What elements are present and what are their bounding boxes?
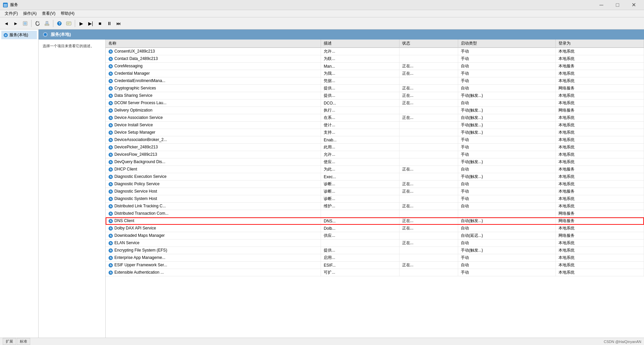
service-status: 正在... [399, 239, 458, 247]
table-row[interactable]: Diagnostic Service Host诊断...正在...手动本地服务 [106, 188, 644, 195]
table-row[interactable]: Data Sharing Service提供...正在...手动(触发...)本… [106, 92, 644, 99]
toolbar-start[interactable]: ▶ [77, 19, 86, 28]
menu-view[interactable]: 查看(V) [39, 10, 58, 17]
service-status: 正在... [399, 181, 458, 188]
table-row[interactable]: DevicesFlow_2489c213允许...手动本地系统 [106, 151, 644, 158]
svg-rect-8 [46, 21, 48, 24]
table-row[interactable]: Distributed Transaction Com...网络服务 [106, 210, 644, 217]
toolbar-sep1 [31, 20, 32, 27]
description-text: 选择一个项目来查看它的描述。 [43, 44, 94, 48]
close-button[interactable]: ✕ [626, 0, 641, 10]
table-row[interactable]: Device Install Service使计...手动(触发...)本地系统 [106, 122, 644, 129]
service-name: Device Install Service [106, 122, 321, 129]
menu-action[interactable]: 操作(A) [20, 10, 39, 17]
svg-text:?: ? [59, 22, 61, 25]
status-tab-expand[interactable]: 扩展 [3, 338, 16, 345]
table-row[interactable]: ESIF Upper Framework Ser...ESIF...正在...自… [106, 262, 644, 269]
service-login: 本地系统 [556, 247, 644, 254]
table-row[interactable]: Extensible Authentication ...可扩...手动本地系统 [106, 269, 644, 276]
status-bar: 扩展 标准 CSDN @HaiQinyanAN [0, 338, 644, 345]
toolbar-pause2[interactable]: ⏸ [105, 19, 114, 28]
toolbar-help[interactable]: ? [55, 19, 64, 28]
table-row[interactable]: DeviceAssociationBroker_2...Enab...手动本地系… [106, 136, 644, 144]
table-row[interactable]: Encrypting File System (EFS)提供...手动(触发..… [106, 247, 644, 254]
menu-file[interactable]: 文件(F) [2, 10, 20, 17]
col-login[interactable]: 登录为 [556, 40, 644, 48]
toolbar-refresh[interactable] [33, 19, 42, 28]
service-login: 本地系统 [556, 225, 644, 232]
service-startup: 手动 [458, 136, 556, 144]
toolbar-forward[interactable]: ► [11, 19, 20, 28]
svg-rect-5 [24, 22, 26, 25]
service-startup: 手动(触发...) [458, 122, 556, 129]
svg-rect-3 [4, 6, 7, 7]
toolbar-properties[interactable] [64, 19, 73, 28]
restore-button[interactable]: □ [610, 0, 625, 10]
sidebar-item-local-services[interactable]: 服务(本地) [1, 31, 37, 39]
service-startup: 手动 [458, 188, 556, 195]
service-status [399, 151, 458, 158]
table-row[interactable]: Diagnostic System Host诊断...手动本地系统 [106, 195, 644, 203]
table-row[interactable]: DevQuery Background Dis...使应...手动(触发...)… [106, 158, 644, 166]
toolbar-restart[interactable]: ⏭ [114, 19, 123, 28]
services-wrapper[interactable]: 名称 描述 状态 启动类型 登录为 ConsentUX_2489c213允许..… [106, 40, 644, 338]
service-startup: 自动 [458, 239, 556, 247]
service-name: Device Association Service [106, 114, 321, 122]
table-row[interactable]: Contact Data_2489c213为联...手动本地系统 [106, 55, 644, 63]
service-startup: 手动 [458, 269, 556, 276]
table-row[interactable]: Enterprise App Manageme...启用...手动本地系统 [106, 254, 644, 262]
service-desc: 启用... [321, 254, 399, 262]
service-status [399, 254, 458, 262]
toolbar-pause[interactable]: ▶| [86, 19, 95, 28]
toolbar-up[interactable] [21, 19, 30, 28]
col-name[interactable]: 名称 [106, 40, 321, 48]
service-name: Distributed Link Tracking C... [106, 203, 321, 210]
table-row[interactable]: Cryptographic Services提供...正在...自动网络服务 [106, 85, 644, 92]
toolbar-back[interactable]: ◄ [2, 19, 11, 28]
svg-rect-1 [4, 4, 7, 5]
table-row[interactable]: CoreMessagingMan...正在...自动本地服务 [106, 63, 644, 70]
table-row[interactable]: ConsentUX_2489c213允许...手动本地系统 [106, 48, 644, 55]
minimize-button[interactable]: ─ [594, 0, 609, 10]
service-status: 正在... [399, 92, 458, 99]
service-name: Diagnostic Policy Service [106, 181, 321, 188]
service-desc: 凭据... [321, 77, 399, 85]
service-startup: 自动 [458, 225, 556, 232]
service-startup: 手动 [458, 48, 556, 55]
table-row[interactable]: DNS ClientDNS...正在...自动(触发...)网络服务 [106, 217, 644, 225]
table-row[interactable]: DevicePicker_2489c213此用...手动本地系统 [106, 144, 644, 151]
toolbar-stop[interactable]: ■ [96, 19, 104, 28]
table-row[interactable]: Device Setup Manager支持...手动(触发...)本地系统 [106, 129, 644, 136]
menu-bar: 文件(F) 操作(A) 查看(V) 帮助(H) [0, 10, 644, 17]
table-row[interactable]: Downloaded Maps Manager供应...自动(延迟...)网络服… [106, 232, 644, 239]
service-startup: 自动 [458, 166, 556, 173]
svg-point-14 [4, 33, 8, 37]
table-row[interactable]: CredentialEnrollmentMana...凭据...手动本地系统 [106, 77, 644, 85]
table-header-row: 名称 描述 状态 启动类型 登录为 [106, 40, 644, 48]
table-row[interactable]: Diagnostic Policy Service诊断...正在...自动本地系… [106, 181, 644, 188]
table-row[interactable]: Diagnostic Execution ServiceExec...手动(触发… [106, 173, 644, 181]
table-row[interactable]: DHCP Client为此...正在...自动本地服务 [106, 166, 644, 173]
col-desc[interactable]: 描述 [321, 40, 399, 48]
table-row[interactable]: DCOM Server Process Lau...DCO...正在...自动本… [106, 99, 644, 107]
menu-help[interactable]: 帮助(H) [58, 10, 77, 17]
service-status: 正在... [399, 217, 458, 225]
service-name: DevicesFlow_2489c213 [106, 151, 321, 158]
service-status [399, 269, 458, 276]
table-row[interactable]: Device Association Service在系...正在...自动(触… [106, 114, 644, 122]
toolbar-export[interactable] [43, 19, 51, 28]
service-desc: 在系... [321, 114, 399, 122]
status-tab-standard[interactable]: 标准 [17, 338, 30, 345]
svg-rect-11 [66, 22, 71, 25]
table-row[interactable]: Credential Manager为我...正在...手动本地系统 [106, 70, 644, 77]
table-row[interactable]: Dolby DAX API ServiceDolb...正在...自动本地系统 [106, 225, 644, 232]
service-name: ESIF Upper Framework Ser... [106, 262, 321, 269]
service-startup: 手动 [458, 144, 556, 151]
table-row[interactable]: Distributed Link Tracking C...维护...正在...… [106, 203, 644, 210]
table-row[interactable]: Delivery Optimization执行...手动(触发...)网络服务 [106, 107, 644, 114]
col-status[interactable]: 状态 [399, 40, 458, 48]
table-row[interactable]: ELAN Service正在...自动本地系统 [106, 239, 644, 247]
col-startup[interactable]: 启动类型 [458, 40, 556, 48]
status-right: CSDN @HaiQinyanAN [604, 340, 641, 344]
service-login: 本地系统 [556, 195, 644, 203]
